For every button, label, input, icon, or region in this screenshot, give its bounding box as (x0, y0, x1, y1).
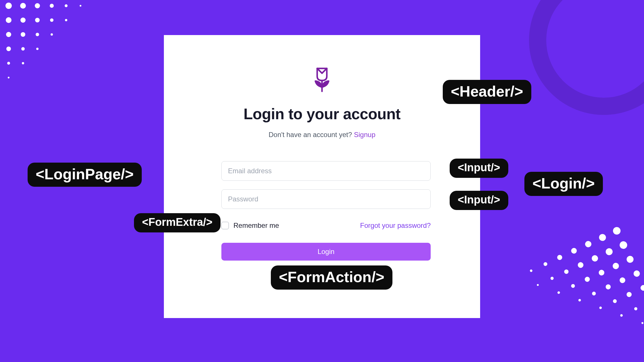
annotation-input-1: <Input/> (450, 159, 508, 178)
svg-point-64 (634, 307, 638, 311)
svg-point-47 (536, 284, 539, 286)
svg-point-34 (612, 226, 622, 236)
svg-point-67 (641, 322, 644, 324)
svg-point-53 (557, 291, 561, 294)
svg-point-52 (570, 283, 575, 288)
svg-point-12 (65, 4, 68, 7)
svg-point-30 (7, 62, 10, 65)
password-input[interactable] (221, 189, 431, 209)
svg-point-40 (530, 269, 533, 272)
form-extra-row: Remember me Forgot your password? (221, 222, 431, 230)
annotation-loginpage: <LoginPage/> (28, 163, 142, 187)
dots-decor-top-left (0, 0, 109, 103)
remember-checkbox[interactable] (221, 222, 229, 229)
svg-point-8 (5, 3, 12, 9)
svg-point-37 (570, 247, 578, 255)
svg-point-15 (6, 17, 12, 23)
svg-point-10 (35, 3, 40, 8)
svg-point-51 (584, 276, 591, 282)
svg-point-59 (640, 284, 644, 292)
svg-point-13 (80, 5, 81, 7)
svg-point-50 (598, 269, 605, 276)
remember-me[interactable]: Remember me (221, 222, 279, 230)
svg-point-9 (20, 3, 26, 9)
svg-point-41 (618, 240, 628, 250)
svg-point-26 (6, 47, 11, 51)
login-button[interactable]: Login (221, 243, 431, 261)
signup-prompt: Don't have an account yet? (269, 131, 354, 138)
svg-point-22 (21, 32, 25, 37)
svg-point-33 (8, 77, 9, 78)
svg-point-61 (612, 299, 617, 303)
svg-point-54 (632, 269, 641, 278)
svg-point-57 (591, 291, 596, 296)
svg-point-35 (598, 233, 607, 242)
svg-point-46 (550, 276, 554, 280)
svg-point-17 (35, 18, 40, 22)
annotation-formextra: <FormExtra/> (134, 213, 221, 232)
svg-point-65 (620, 314, 623, 317)
svg-point-11 (50, 4, 54, 8)
svg-point-55 (619, 276, 626, 284)
annotation-input-2: <Input/> (450, 191, 508, 210)
page-title: Login to your account (221, 105, 423, 123)
flower-logo-icon (312, 67, 332, 93)
annotation-formaction: <FormAction/> (271, 265, 392, 290)
signup-link[interactable]: Signup (354, 131, 375, 138)
svg-point-62 (599, 306, 602, 310)
annotation-header: <Header/> (443, 80, 531, 104)
ring-decor (529, 0, 644, 115)
svg-point-19 (65, 19, 67, 21)
annotation-login: <Login/> (524, 172, 603, 196)
signup-line: Don't have an account yet? Signup (221, 131, 423, 139)
dots-decor-bottom-right (499, 219, 644, 362)
svg-point-45 (564, 269, 569, 274)
svg-point-27 (21, 47, 25, 51)
svg-point-48 (626, 255, 635, 264)
svg-point-28 (36, 48, 39, 50)
svg-point-49 (612, 262, 620, 270)
remember-label: Remember me (233, 222, 279, 230)
svg-point-36 (584, 240, 592, 248)
svg-point-31 (22, 62, 24, 64)
forgot-password-link[interactable]: Forgot your password? (360, 222, 431, 230)
svg-point-39 (543, 261, 548, 266)
svg-point-56 (605, 284, 612, 290)
svg-point-21 (6, 32, 11, 37)
svg-point-38 (556, 254, 563, 261)
svg-point-44 (577, 261, 584, 269)
login-form: Remember me Forgot your password? Login (221, 161, 431, 261)
svg-point-24 (51, 33, 53, 36)
svg-point-60 (626, 291, 632, 298)
svg-point-23 (36, 33, 39, 36)
email-input[interactable] (221, 161, 431, 181)
svg-point-18 (50, 18, 53, 22)
svg-point-58 (578, 299, 581, 302)
logo-wrap (221, 67, 423, 93)
svg-point-43 (591, 254, 599, 263)
svg-point-42 (605, 247, 614, 256)
svg-point-16 (20, 18, 26, 23)
